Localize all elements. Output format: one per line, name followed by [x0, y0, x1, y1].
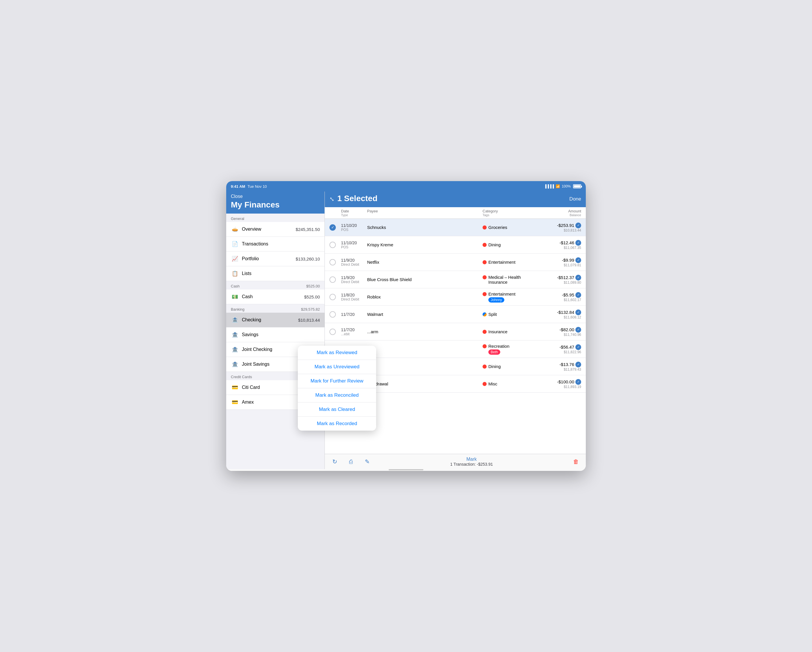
refresh-icon[interactable]: ↻: [330, 456, 340, 467]
sidebar-title: My Finances: [231, 200, 320, 210]
reviewed-badge-5: [575, 309, 581, 315]
table-row[interactable]: 11/10/20 POS Schnucks Groceries: [325, 219, 586, 236]
home-indicator: [226, 469, 586, 471]
col-date-header: Date Type: [341, 209, 367, 217]
sidebar-label-lists: Lists: [242, 271, 317, 276]
row-amount-2: -$9.99 $11,079.81: [540, 257, 581, 267]
section-amount-cash: $525.00: [306, 284, 320, 288]
sidebar-label-cash: Cash: [242, 294, 301, 299]
tag-badge-beth: Beth: [488, 349, 500, 355]
bottom-bar-center: Mark 1 Transaction: -$253.91: [378, 457, 565, 466]
dropdown-item-recorded[interactable]: Mark as Recorded: [298, 417, 376, 431]
row-checkbox-6[interactable]: [330, 329, 336, 335]
reviewed-badge-4: [575, 292, 581, 298]
close-button[interactable]: Close: [231, 194, 243, 199]
dropdown-item-cleared[interactable]: Mark as Cleared: [298, 402, 376, 417]
row-date-4: 11/8/20 Direct Debit: [341, 292, 367, 302]
table-row[interactable]: 11/7/20 ...ebit ...arm Insurance -$82.00: [325, 323, 586, 340]
section-header-banking: Banking $29,575.82: [226, 304, 325, 313]
row-date-1: 11/10/20 POS: [341, 241, 367, 249]
row-payee-6: ...arm: [367, 329, 482, 334]
edit-icon[interactable]: ✎: [362, 456, 372, 467]
row-date-0: 11/10/20 POS: [341, 223, 367, 232]
row-category-4: Entertainment Johnny: [482, 291, 540, 303]
sidebar-item-portfolio[interactable]: 📈 Portfolio $133,260.10: [226, 251, 325, 266]
section-label-banking: Banking: [231, 307, 244, 312]
sidebar-item-cash[interactable]: 💵 Cash $525.00: [226, 289, 325, 304]
row-amount-5: -$132.84 $11,608.12: [540, 309, 581, 319]
row-checkbox-0[interactable]: [330, 224, 336, 231]
sidebar-label-savings: Savings: [242, 332, 317, 337]
sidebar-item-overview[interactable]: 🥧 Overview $245,351.50: [226, 222, 325, 237]
battery-icon: [573, 184, 581, 188]
sidebar-label-portfolio: Portfolio: [242, 256, 293, 261]
dropdown-item-reconciled[interactable]: Mark as Reconciled: [298, 388, 376, 402]
reviewed-badge-7: [575, 344, 581, 350]
col-category-header: Category Tags: [482, 209, 540, 217]
row-checkbox-1[interactable]: [330, 242, 336, 248]
row-payee-7: ...Us: [367, 347, 482, 352]
row-amount-8: -$13.76 $11,879.43: [540, 362, 581, 372]
sidebar-item-savings[interactable]: 🏦 Savings: [226, 328, 325, 342]
row-payee-0: Schnucks: [367, 225, 482, 230]
dropdown-item-reviewed[interactable]: Mark as Reviewed: [298, 346, 376, 360]
savings-icon: 🏦: [231, 331, 239, 339]
expand-icon[interactable]: ⤡: [330, 196, 334, 203]
row-category-0: Groceries: [482, 225, 540, 230]
content-header: ⤡ 1 Selected Done: [325, 192, 586, 207]
bottom-bar: ↻ ⎙ ✎ Mark 1 Transaction: -$253.91 🗑: [325, 454, 586, 469]
main-layout: Close My Finances General 🥧 Overview $24…: [226, 192, 586, 469]
device-frame: 9:41 AM Tue Nov 10 ▐▐▐▐ 📶 100% Close My …: [226, 181, 586, 471]
table-row[interactable]: 11/10/20 POS Krispy Kreme Dining -$12.46: [325, 236, 586, 254]
row-date-3: 11/9/20 Direct Debit: [341, 275, 367, 284]
sidebar-label-checking: Checking: [242, 317, 295, 323]
sidebar-header: Close My Finances: [226, 192, 325, 213]
dropdown-item-further-review[interactable]: Mark for Further Review: [298, 374, 376, 388]
table-row[interactable]: 11/9/20 Direct Debit Netflix Entertainme…: [325, 254, 586, 271]
joint-savings-icon: 🏦: [231, 360, 239, 368]
status-date: Tue Nov 10: [247, 184, 267, 189]
sidebar-item-transactions[interactable]: 📄 Transactions: [226, 237, 325, 251]
section-label-general: General: [231, 216, 244, 221]
sidebar-amount-checking: $10,813.44: [298, 318, 320, 323]
status-time: 9:41 AM: [231, 184, 245, 189]
row-category-5: Split: [482, 312, 540, 317]
cash-icon: 💵: [231, 292, 239, 301]
row-checkbox-4[interactable]: [330, 294, 336, 300]
dropdown-item-unreviewed[interactable]: Mark as Unreviewed: [298, 360, 376, 374]
section-header-cash: Cash $525.00: [226, 281, 325, 289]
mark-button[interactable]: Mark: [466, 457, 477, 462]
reviewed-badge-3: [575, 275, 581, 280]
reviewed-badge-1: [575, 240, 581, 246]
row-category-9: Misc: [482, 381, 540, 386]
row-checkbox-3[interactable]: [330, 276, 336, 283]
sidebar-item-lists[interactable]: 📋 Lists: [226, 266, 325, 281]
share-icon[interactable]: ⎙: [346, 456, 356, 467]
row-date-2: 11/9/20 Direct Debit: [341, 258, 367, 267]
table-row[interactable]: 11/7/20 Walmart Split -$132.84: [325, 306, 586, 323]
row-payee-9: ...ithdrawal: [367, 381, 482, 386]
row-checkbox-2[interactable]: [330, 259, 336, 265]
row-category-6: Insurance: [482, 329, 540, 334]
col-payee-header: Payee: [367, 209, 482, 217]
row-date-6: 11/7/20 ...ebit: [341, 328, 367, 336]
row-payee-8: ...y: [367, 364, 482, 369]
row-amount-3: -$512.37 $11,089.80: [540, 275, 581, 285]
bottom-bar-summary: 1 Transaction: -$253.91: [378, 462, 565, 466]
transactions-icon: 📄: [231, 240, 239, 248]
portfolio-icon: 📈: [231, 255, 239, 263]
col-checkbox-header: [330, 209, 341, 217]
row-payee-2: Netflix: [367, 260, 482, 265]
table-row[interactable]: 11/8/20 Direct Debit Roblox Entertainmen…: [325, 288, 586, 306]
row-category-8: Dining: [482, 364, 540, 369]
row-checkbox-5[interactable]: [330, 311, 336, 318]
delete-icon[interactable]: 🗑: [571, 456, 581, 467]
table-row[interactable]: 11/9/20 Direct Debit Blue Cross Blue Shi…: [325, 271, 586, 288]
row-payee-3: Blue Cross Blue Shield: [367, 277, 482, 282]
row-amount-0: -$253.91 $10,813.44: [540, 222, 581, 232]
row-amount-9: -$100.00 $11,893.19: [540, 379, 581, 389]
row-category-1: Dining: [482, 242, 540, 247]
row-amount-4: -$5.95 $11,602.17: [540, 292, 581, 302]
done-button[interactable]: Done: [569, 194, 581, 202]
sidebar-item-checking[interactable]: 🏦 Checking $10,813.44: [226, 313, 325, 328]
